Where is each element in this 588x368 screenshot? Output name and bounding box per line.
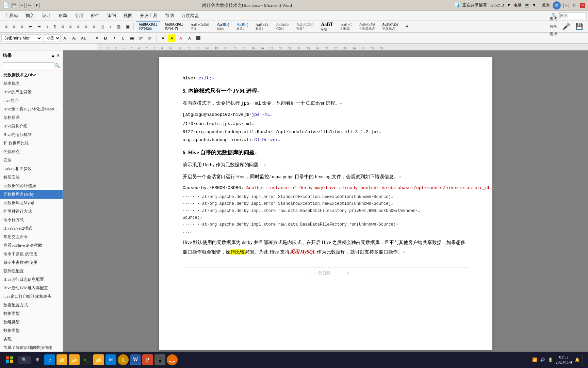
taskbar-sound[interactable]: 🔊 bbox=[540, 357, 545, 363]
taskbar-folder2[interactable]: 📁 bbox=[93, 354, 104, 365]
columns-btn[interactable]: ||| bbox=[98, 23, 106, 30]
menu-help[interactable]: 帮助 bbox=[162, 12, 177, 20]
undo-btn[interactable]: ↩ bbox=[19, 3, 24, 8]
sidebar-item-print-default[interactable]: hive窗口打印默认库和表头 bbox=[0, 292, 63, 301]
taskbar-task-view[interactable]: ⊞ bbox=[32, 354, 43, 366]
style-code-inline[interactable]: AaBbCcDdI 代码-行内 bbox=[162, 21, 186, 31]
redo-btn[interactable]: ↪ bbox=[27, 3, 32, 8]
line-spacing[interactable]: ↕ bbox=[107, 23, 114, 30]
bold-btn[interactable]: B bbox=[102, 34, 109, 42]
change-case-btn[interactable]: Aa bbox=[80, 34, 87, 42]
quick-save[interactable]: 💾 bbox=[12, 3, 17, 8]
taskbar-files[interactable]: 📁 bbox=[56, 354, 67, 365]
taskbar-browser[interactable]: 🦊 bbox=[167, 354, 178, 365]
align-left[interactable]: ≡ bbox=[59, 23, 66, 30]
maximize-btn[interactable]: □ bbox=[572, 3, 577, 8]
sidebar-item-log-config[interactable]: Hive运行日志信息配置 bbox=[0, 275, 63, 284]
sidebar-item-arch-principle[interactable]: 架构原理 bbox=[0, 113, 63, 122]
more-styles-btn[interactable]: ▼ bbox=[403, 23, 411, 30]
text-highlight-btn[interactable]: A bbox=[168, 34, 176, 42]
bullets-btn[interactable]: ≡ bbox=[3, 23, 10, 30]
subscript-btn[interactable]: x2 bbox=[146, 34, 153, 42]
sidebar-item-array-types[interactable]: 数组类型 bbox=[0, 318, 63, 326]
sidebar-item-cmdline[interactable]: 命令行方式 bbox=[0, 216, 63, 224]
char-shading-btn[interactable]: A bbox=[186, 34, 193, 42]
menu-view[interactable]: 视图 bbox=[120, 12, 136, 20]
start-btn[interactable] bbox=[3, 354, 16, 366]
menu-toolbox[interactable]: 工具箱 bbox=[1, 12, 21, 20]
text-effects-btn[interactable]: A bbox=[159, 34, 167, 42]
sidebar-item-background[interactable]: Hive的产生背景 bbox=[0, 88, 63, 96]
sidebar-item-data-types[interactable]: 数据类型 bbox=[0, 309, 63, 318]
sidebar-search-input[interactable] bbox=[3, 62, 54, 69]
font-size-selector[interactable]: 小五 bbox=[44, 34, 61, 42]
style-strong-emph[interactable]: AaBbCcDd 明显强调 bbox=[379, 21, 402, 31]
sidebar-item-db-compare[interactable]: 和 数据库比较 bbox=[0, 139, 63, 148]
sidebar-item-arch-intro[interactable]: Hive架构介绍 bbox=[0, 122, 63, 131]
distribute[interactable]: ≡ bbox=[91, 23, 98, 30]
font-selector[interactable]: JetBrains Mor bbox=[1, 34, 42, 42]
style-h1[interactable]: AaBb( 标题1 bbox=[214, 21, 232, 32]
style-h5[interactable]: AaBbCcDdI 标题5 bbox=[293, 21, 316, 31]
minimize-btn[interactable]: ─ bbox=[564, 3, 569, 8]
menu-baidu[interactable]: 百度网盘 bbox=[178, 12, 202, 20]
taskbar-app-yellow[interactable]: 🐍 bbox=[118, 354, 129, 365]
style-h3[interactable]: AaBbC( 标题3 bbox=[252, 21, 272, 32]
select-btn[interactable]: 选择 bbox=[547, 30, 559, 37]
align-center[interactable]: ≡ bbox=[67, 23, 74, 30]
sidebar-item-cmd-param2[interactable]: 命令中参数-的使用 bbox=[0, 258, 63, 267]
menu-layout[interactable]: 布局 bbox=[55, 12, 70, 20]
find-btn[interactable]: 查找 bbox=[547, 15, 559, 22]
dictate-btn[interactable]: 🎤 bbox=[560, 22, 572, 31]
taskbar-app-gray[interactable]: 📱 bbox=[154, 354, 165, 365]
strikethrough-btn[interactable]: ab bbox=[128, 34, 136, 42]
borders-btn[interactable]: ▣ bbox=[124, 23, 132, 30]
style-h2[interactable]: AaBb( 标题2 bbox=[233, 21, 251, 32]
taskbar-terminal[interactable]: >_ bbox=[81, 354, 92, 365]
sidebar-close[interactable]: ✕ bbox=[56, 53, 60, 58]
taskbar-search[interactable]: 🔍 bbox=[18, 356, 31, 364]
decrease-indent[interactable]: ⬅ bbox=[26, 23, 34, 30]
sort-btn[interactable]: ↕ bbox=[44, 23, 51, 30]
sidebar-item-hiveserver2[interactable]: HiveServer2模式 bbox=[0, 224, 63, 233]
sidebar-item-hql[interactable]: Hive免：将HQL转化成MapReduce... bbox=[0, 105, 63, 113]
menu-design[interactable]: 设计 bbox=[38, 12, 54, 20]
device-chevron[interactable]: ▼ bbox=[532, 3, 536, 8]
menu-references[interactable]: 引用 bbox=[71, 12, 87, 20]
multilevel-btn[interactable]: ≡ bbox=[18, 23, 26, 30]
sidebar-item-jvm-heap[interactable]: Hive启动JVM堆内存配置 bbox=[0, 284, 63, 292]
style-subtitle[interactable]: AaBbC 副标题 bbox=[338, 21, 355, 32]
menu-insert[interactable]: 插入 bbox=[22, 12, 38, 20]
align-right[interactable]: ≡ bbox=[75, 23, 82, 30]
menu-developer[interactable]: 开发工具 bbox=[136, 12, 161, 20]
sidebar-item-interactive[interactable]: 常用交互命令 bbox=[0, 233, 63, 241]
show-marks[interactable]: ¶ bbox=[51, 23, 58, 30]
menu-mailings[interactable]: 邮件 bbox=[87, 12, 103, 20]
sidebar-item-run-modes[interactable]: 的两种运行方式 bbox=[0, 207, 63, 216]
sidebar-item-hive-title[interactable]: 元数据技术之Hive bbox=[0, 71, 63, 79]
replace-btn[interactable]: 替换 bbox=[547, 23, 559, 30]
doc-area[interactable]: hive> exit;↵ 5. 内嵌模式只有一个 JVM 进程↵ 在内嵌模式下，… bbox=[63, 50, 588, 357]
taskbar-notification[interactable]: 🔔 bbox=[575, 357, 580, 363]
italic-btn[interactable]: I bbox=[111, 34, 118, 42]
increase-indent[interactable]: ➡ bbox=[35, 23, 43, 30]
save-to-cloud-btn[interactable]: 💾 bbox=[573, 22, 585, 31]
menu-review[interactable]: 审阅 bbox=[104, 12, 119, 20]
taskbar-network[interactable]: 📶 bbox=[532, 357, 537, 363]
superscript-btn[interactable]: x2 bbox=[137, 34, 145, 42]
close-btn[interactable]: ✕ bbox=[580, 3, 585, 8]
shrink-font-btn[interactable]: A↓ bbox=[71, 34, 78, 42]
font-color-btn[interactable]: A bbox=[177, 34, 184, 42]
sidebar-collapse[interactable]: ▲ bbox=[51, 53, 55, 58]
style-h4[interactable]: AaBbCc 标题4 bbox=[273, 21, 292, 32]
style-subtle-emph[interactable]: AaBbCcDd 不明显强调 bbox=[356, 21, 378, 31]
taskbar-ppt[interactable]: P bbox=[142, 354, 153, 365]
sidebar-item-basics[interactable]: 基本概念 bbox=[0, 79, 63, 88]
sidebar-item-derby[interactable]: 元数据库之Derby bbox=[0, 190, 63, 199]
clear-format-btn[interactable]: ✕ bbox=[93, 34, 100, 42]
sidebar-item-install[interactable]: 安装 bbox=[0, 156, 63, 165]
sidebar-item-intro[interactable]: hive简介 bbox=[0, 96, 63, 105]
taskbar-show-desktop[interactable] bbox=[583, 354, 585, 366]
grow-font-btn[interactable]: A↑ bbox=[62, 34, 69, 42]
customize-btn[interactable]: ▼ bbox=[34, 3, 39, 8]
